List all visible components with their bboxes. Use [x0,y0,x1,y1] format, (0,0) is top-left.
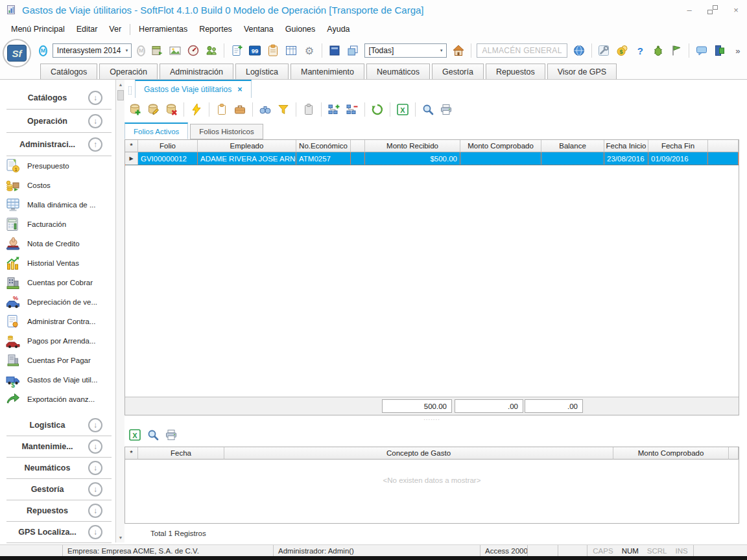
sidebar-item-cuentas-por-cobrar[interactable]: Cuentas por Cobrar [0,273,115,292]
sidebar-item-malla-dinamica[interactable]: Malla dinámica de ... [0,195,115,215]
menu-item-guiones[interactable]: Guiones [279,22,322,36]
warehouse-input[interactable]: ALMACÉN GENERAL [477,43,567,58]
scroll-down-icon[interactable]: ▼ [116,535,125,540]
add-record-icon[interactable] [128,103,141,116]
sidebar-item-facturacion[interactable]: Facturación [0,215,115,234]
sidebar-item-nota-de-credito[interactable]: Nota de Credito [0,234,115,253]
filter-combo[interactable]: [Todas] ▼ [364,43,447,58]
sidebar-section-logistica[interactable]: Logistica ↓ [6,415,112,436]
sidebar-section-repuestos[interactable]: Repuestos ↓ [6,500,112,522]
column-header-monto-comprobado[interactable]: Monto Comprobado [613,447,729,460]
tab-administracion[interactable]: Administración [160,64,233,79]
column-header-folio[interactable]: Folio [138,140,198,152]
close-button[interactable]: × [731,5,741,15]
tools-wrench-icon[interactable] [597,44,610,57]
tab-neumaticos[interactable]: Neumáticos [366,64,430,79]
panel-icon[interactable] [328,44,341,57]
scrollbar-thumb[interactable] [117,90,124,100]
tab-logistica[interactable]: Logística [235,64,289,79]
tab-gestoria[interactable]: Gestoría [432,64,484,79]
sidebar-item-pagos-por-arrendamiento[interactable]: Pagos por Arrenda... [0,331,115,351]
column-header-fecha-inicio[interactable]: Fecha Inicio [604,140,648,152]
toolbar-overflow-icon[interactable]: » [731,44,744,57]
tab-catalogos[interactable]: Catálogos [40,64,97,79]
print-preview-icon[interactable] [421,103,434,116]
menu-item-editar[interactable]: Editar [71,22,104,36]
sidebar-item-presupuesto[interactable]: Presupuesto [0,156,115,176]
filter-icon[interactable] [277,103,290,116]
menu-item-herramientas[interactable]: Herramientas [133,22,193,36]
column-header-balance[interactable]: Balance [541,140,604,152]
search-binoculars-icon[interactable] [259,103,272,116]
column-header-empleado[interactable]: Empleado [198,140,296,152]
menu-item-ventana[interactable]: Ventana [238,22,279,36]
bug-icon[interactable] [652,44,665,57]
quick-action-icon[interactable] [190,103,203,116]
sidebar-item-administrar-contratos[interactable]: Administrar Contra... [0,312,115,331]
gear-icon[interactable]: ⚙ [303,44,316,57]
export-excel-icon[interactable] [128,428,141,441]
column-header-fecha-fin[interactable]: Fecha Fin [648,140,708,152]
print-icon[interactable] [440,103,453,116]
delete-record-icon[interactable] [165,103,178,116]
gauge-icon[interactable] [187,44,200,57]
sidebar-section-gps-localizacion[interactable]: GPS Localiza... ↓ [6,522,112,543]
image-icon[interactable] [169,44,182,57]
menu-item-reportes[interactable]: Reportes [193,22,238,36]
sidebar-section-neumaticos[interactable]: Neumáticos ↓ [6,458,112,479]
exit-icon[interactable] [713,44,726,57]
cascade-windows-icon[interactable] [346,44,359,57]
globe-icon[interactable] [573,44,586,57]
expand-groups-icon[interactable] [327,103,340,116]
column-header-monto-recibido[interactable]: Monto Recibido [365,140,460,152]
subtab-folios-activos[interactable]: Folios Activos [124,122,188,139]
scroll-up-icon[interactable]: ▲ [116,82,125,87]
column-header-no-economico[interactable]: No.Económico [296,140,351,152]
column-header-monto-comprobado[interactable]: Monto Comprobado [460,140,541,152]
clipboard-icon[interactable] [267,44,279,57]
tab-close-icon[interactable]: × [237,85,242,94]
chat-icon[interactable] [695,44,708,57]
sidebar-section-catalogos[interactable]: Catálogos ↓ [6,86,112,110]
menu-item-ver[interactable]: Ver [103,22,127,36]
home-icon[interactable] [452,44,465,57]
column-header-fecha[interactable]: Fecha [138,447,224,460]
clipboard-icon[interactable] [215,103,228,116]
column-header-concepto-de-gasto[interactable]: Concepto de Gasto [224,447,613,460]
sidebar-item-historial-ventas[interactable]: Historial Ventas [0,253,115,273]
sidebar-item-costos[interactable]: Costos [0,176,115,195]
tab-repuestos[interactable]: Repuestos [486,64,545,79]
print-icon[interactable] [165,428,178,441]
module-badge-icon[interactable]: M [39,45,47,56]
sidebar-item-depreciacion[interactable]: Depreciación de ve... [0,292,115,312]
menu-item-ayuda[interactable]: Ayuda [321,22,355,36]
edit-record-icon[interactable] [147,103,160,116]
row-indicator-header[interactable]: * [125,447,138,460]
badge-99-icon[interactable] [248,44,261,57]
column-header-blank[interactable] [351,140,365,152]
print-preview-icon[interactable] [147,428,160,441]
workspace-combo[interactable]: Interasystem 2014 ▼ [53,43,132,58]
tab-mantenimiento[interactable]: Mantenimiento [290,64,364,79]
sidebar-section-administracion[interactable]: Administraci... ↑ [6,133,112,156]
tab-visor-de-gps[interactable]: Visor de GPS [547,64,617,79]
new-document-icon[interactable] [230,44,243,57]
document-tab[interactable]: Gastos de Viaje útilitarios × [135,80,252,98]
currency-icon[interactable] [615,44,628,57]
flag-icon[interactable] [670,44,683,57]
table-row[interactable]: ▶ GVI00000012 ADAME RIVERA JOSE ARNOLDO … [125,152,739,165]
sidebar-item-exportacion-avanzada[interactable]: Exportación avanz... [0,390,115,409]
sidebar-item-gastos-de-viaje[interactable]: Gastos de Viaje util... [0,370,115,390]
sidebar-section-mantenimiento[interactable]: Mantenimie... ↓ [6,436,112,458]
menu-item-menu-principal[interactable]: Menú Principal [5,22,71,36]
minimize-button[interactable]: – [685,5,694,15]
sidebar-item-cuentas-por-pagar[interactable]: Cuentas Por Pagar [0,351,115,370]
grid-view-icon[interactable] [285,44,298,57]
help-icon[interactable]: ? [634,44,646,57]
tab-operacion[interactable]: Operación [99,64,158,79]
sidebar-section-operacion[interactable]: Operación ↓ [6,110,112,133]
users-icon[interactable] [205,44,218,57]
export-excel-icon[interactable] [396,103,409,116]
row-indicator-header[interactable]: * [125,140,138,152]
archive-box-icon[interactable] [150,44,163,57]
